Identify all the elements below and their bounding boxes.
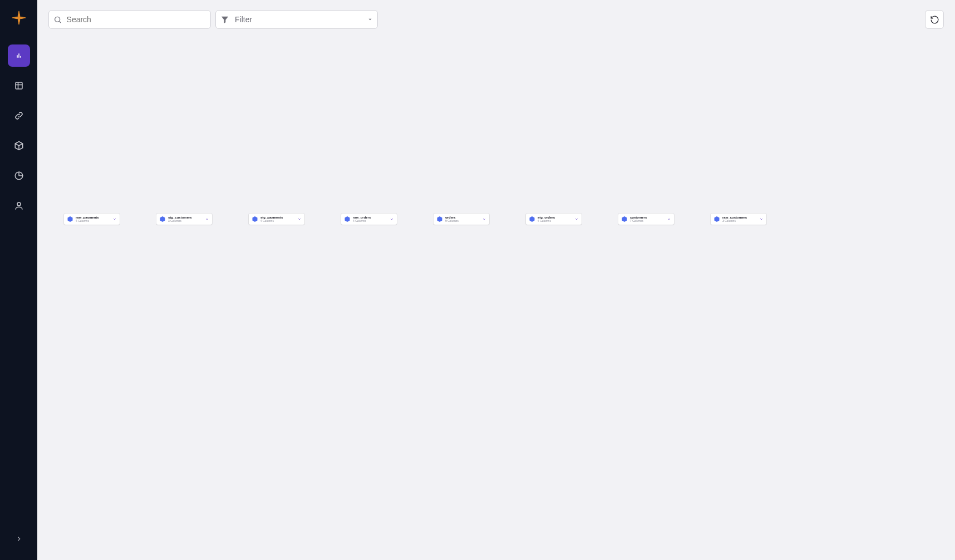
search-icon bbox=[53, 15, 62, 24]
filter-dropdown[interactable]: Filter bbox=[215, 10, 378, 29]
entity-type-icon bbox=[344, 216, 351, 222]
entity-type-icon bbox=[436, 216, 443, 222]
entity-type-icon bbox=[252, 216, 258, 222]
filter-label: Filter bbox=[235, 15, 362, 24]
refresh-icon bbox=[930, 15, 939, 24]
entity-type-icon bbox=[713, 216, 720, 222]
entity-columns: 3 Columns bbox=[722, 220, 757, 223]
entity-node[interactable]: customers 7 Columns bbox=[618, 214, 674, 225]
search-input[interactable] bbox=[67, 15, 206, 24]
entity-columns: 4 Columns bbox=[76, 220, 110, 223]
user-icon bbox=[14, 201, 24, 211]
cube-icon bbox=[14, 141, 24, 151]
table-icon bbox=[14, 81, 24, 91]
chevron-down-icon bbox=[482, 217, 486, 221]
search-input-wrapper[interactable] bbox=[48, 10, 211, 29]
chevron-down-icon bbox=[112, 217, 117, 221]
entity-node[interactable]: raw_customers 3 Columns bbox=[711, 214, 766, 225]
main-area: Filter raw_payments 4 Columns bbox=[37, 0, 955, 560]
entity-columns: 7 Columns bbox=[630, 220, 664, 223]
topbar: Filter bbox=[37, 0, 955, 36]
entity-node[interactable]: stg_customers 3 Columns bbox=[156, 214, 212, 225]
entity-node[interactable]: raw_orders 4 Columns bbox=[341, 214, 397, 225]
entity-node[interactable]: stg_orders 4 Columns bbox=[526, 214, 582, 225]
entity-type-icon bbox=[529, 216, 535, 222]
entity-type-icon bbox=[159, 216, 166, 222]
entity-row: raw_payments 4 Columns stg_customers 3 C… bbox=[64, 214, 955, 225]
entity-columns: 3 Columns bbox=[168, 220, 203, 223]
lineage-canvas[interactable]: raw_payments 4 Columns stg_customers 3 C… bbox=[37, 36, 955, 560]
entity-node[interactable]: orders 9 Columns bbox=[434, 214, 489, 225]
chevron-down-icon bbox=[390, 217, 394, 221]
chevron-down-icon bbox=[367, 17, 373, 22]
chevron-down-icon bbox=[759, 217, 764, 221]
refresh-button[interactable] bbox=[925, 10, 944, 29]
nav-account[interactable] bbox=[8, 195, 30, 217]
sidebar-expand-button[interactable] bbox=[8, 528, 30, 550]
nav-connections[interactable] bbox=[8, 105, 30, 127]
chevron-down-icon bbox=[205, 217, 209, 221]
nav-lineage[interactable] bbox=[8, 44, 30, 67]
entity-node[interactable]: stg_payments 4 Columns bbox=[249, 214, 304, 225]
svg-rect-1 bbox=[16, 82, 22, 89]
link-icon bbox=[14, 111, 24, 121]
nav-models[interactable] bbox=[8, 135, 30, 157]
nav-reports[interactable] bbox=[8, 165, 30, 187]
entity-columns: 4 Columns bbox=[353, 220, 387, 223]
entity-node[interactable]: raw_payments 4 Columns bbox=[64, 214, 120, 225]
chevron-right-icon bbox=[15, 535, 23, 543]
entity-columns: 9 Columns bbox=[445, 220, 480, 223]
chevron-down-icon bbox=[297, 217, 302, 221]
bar-chart-icon bbox=[14, 51, 24, 61]
sidebar bbox=[0, 0, 37, 560]
filter-icon bbox=[220, 15, 229, 24]
nav-tables[interactable] bbox=[8, 75, 30, 97]
entity-columns: 4 Columns bbox=[260, 220, 295, 223]
entity-type-icon bbox=[621, 216, 628, 222]
chevron-down-icon bbox=[667, 217, 671, 221]
compass-icon bbox=[11, 10, 27, 26]
svg-point-3 bbox=[55, 17, 60, 22]
svg-point-2 bbox=[17, 202, 21, 206]
pie-chart-icon bbox=[14, 171, 24, 181]
entity-columns: 4 Columns bbox=[538, 220, 572, 223]
chevron-down-icon bbox=[574, 217, 579, 221]
entity-type-icon bbox=[67, 216, 73, 222]
app-logo bbox=[8, 7, 30, 29]
